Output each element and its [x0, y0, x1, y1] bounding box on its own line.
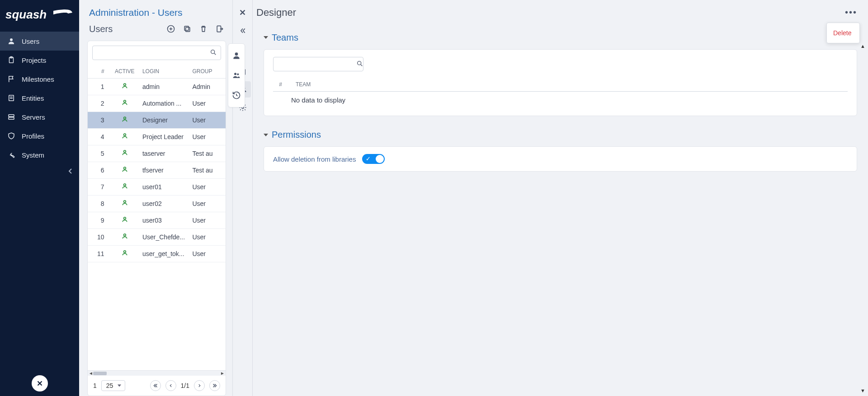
scroll-up-arrow[interactable]: ▲ [860, 43, 865, 49]
teams-col-num[interactable]: # [273, 78, 291, 92]
export-button[interactable] [214, 23, 225, 34]
row-active [110, 162, 140, 179]
entities-icon [7, 94, 15, 102]
row-login: user02 [140, 196, 190, 212]
row-group: Admin [189, 79, 226, 95]
active-user-icon [121, 116, 128, 124]
row-active [110, 129, 140, 145]
table-row[interactable]: 6tfserverTest au [88, 162, 226, 179]
row-login: User_Chefde... [140, 229, 190, 246]
row-active [110, 112, 140, 129]
svg-rect-8 [9, 117, 14, 120]
active-user-icon [121, 200, 128, 208]
table-row[interactable]: 2Automation ...User [88, 95, 226, 112]
rail-user-icon[interactable] [231, 50, 242, 61]
exit-button[interactable] [32, 375, 48, 391]
row-group: Test au [189, 162, 226, 179]
row-num: 10 [88, 229, 110, 246]
row-active [110, 212, 140, 229]
active-user-icon [121, 167, 128, 174]
table-row[interactable]: 1adminAdmin [88, 79, 226, 95]
col-num[interactable]: # [88, 65, 110, 79]
table-row[interactable]: 7user01User [88, 179, 226, 196]
pager-total: 1 [93, 382, 97, 389]
table-row[interactable]: 3DesignerUser [88, 112, 226, 129]
svg-point-27 [123, 200, 126, 203]
sidebar-item-label: System [22, 151, 44, 159]
dropdown-delete[interactable]: Delete [827, 26, 859, 40]
page-prev[interactable] [165, 380, 176, 391]
sidebar-item-system[interactable]: System [0, 145, 79, 164]
teams-col-team[interactable]: TEAM [291, 78, 848, 92]
chevron-down-icon [264, 36, 268, 39]
teams-search-input[interactable] [277, 61, 356, 68]
page-size-select[interactable]: 25 [101, 380, 126, 391]
scroll-down-arrow[interactable]: ▼ [860, 388, 865, 393]
allow-delete-toggle[interactable]: ✓ [362, 154, 385, 164]
copy-button[interactable] [182, 23, 193, 34]
row-num: 1 [88, 79, 110, 95]
table-row[interactable]: 4Project LeaderUser [88, 129, 226, 145]
rail-history-icon[interactable] [231, 90, 242, 101]
row-login: Automation ... [140, 95, 190, 112]
table-row[interactable]: 10User_Chefde...User [88, 229, 226, 246]
allow-delete-label: Allow deletion from libraries [273, 155, 356, 163]
page-info: 1/1 [181, 382, 189, 389]
svg-point-23 [123, 134, 126, 136]
permissions-header[interactable]: Permissions [264, 127, 857, 143]
sidebar-item-projects[interactable]: Projects [0, 51, 79, 70]
sidebar-item-users[interactable]: Users [0, 32, 79, 51]
sidebar-item-label: Profiles [22, 132, 44, 140]
more-actions-button[interactable]: ••• [841, 5, 861, 19]
sidebar-item-entities[interactable]: Entities [0, 89, 79, 107]
horizontal-scrollbar[interactable]: ◄ ► [88, 370, 226, 376]
detail-main: Designer ••• Delete ▲ ▼ Teams [253, 0, 868, 396]
page-first[interactable] [150, 380, 161, 391]
svg-text:squash: squash [5, 8, 47, 21]
sidebar-item-label: Entities [22, 94, 44, 102]
flag-icon [7, 75, 15, 83]
svg-point-30 [123, 251, 126, 253]
search-icon[interactable] [210, 49, 217, 57]
table-row[interactable]: 5taserverTest au [88, 145, 226, 162]
col-active[interactable]: ACTIVE [110, 65, 140, 79]
sidebar-item-servers[interactable]: Servers [0, 107, 79, 126]
shield-icon [7, 132, 15, 140]
close-detail-icon[interactable]: ✕ [235, 5, 251, 21]
row-group: User [189, 196, 226, 212]
col-login[interactable]: LOGIN [140, 65, 190, 79]
delete-button[interactable] [198, 23, 209, 34]
add-user-button[interactable] [165, 23, 176, 34]
collapse-detail-icon[interactable] [235, 23, 251, 39]
svg-point-17 [237, 73, 239, 75]
table-row[interactable]: 8user02User [88, 196, 226, 212]
logo: squash [0, 0, 79, 32]
row-group: User [189, 179, 226, 196]
sidebar-item-profiles[interactable]: Profiles [0, 126, 79, 145]
teams-header[interactable]: Teams [264, 29, 857, 46]
svg-point-15 [235, 52, 238, 56]
row-group: User [189, 112, 226, 129]
row-num: 6 [88, 162, 110, 179]
search-icon[interactable] [356, 60, 363, 69]
sidebar: squash Users Projects Milestones [0, 0, 79, 396]
collapse-sidebar-button[interactable] [0, 164, 79, 179]
row-group: User [189, 229, 226, 246]
users-search-input[interactable] [96, 49, 210, 56]
teams-table: # TEAM No data to display [273, 78, 848, 108]
sidebar-item-milestones[interactable]: Milestones [0, 70, 79, 89]
page-last[interactable] [209, 380, 220, 391]
row-num: 5 [88, 145, 110, 162]
row-active [110, 196, 140, 212]
server-icon [7, 113, 15, 121]
col-group[interactable]: GROUP [189, 65, 226, 79]
detail-panel: ✕ Designer ••• [233, 0, 868, 396]
users-table: # ACTIVE LOGIN GROUP 1adminAdmin2Automat… [88, 65, 226, 262]
row-login: tfserver [140, 162, 190, 179]
page-next[interactable] [194, 380, 205, 391]
svg-rect-12 [186, 28, 190, 32]
rail-team-icon[interactable] [231, 70, 242, 81]
row-group: User [189, 212, 226, 229]
table-row[interactable]: 11user_get_tok...User [88, 246, 226, 262]
table-row[interactable]: 9user03User [88, 212, 226, 229]
